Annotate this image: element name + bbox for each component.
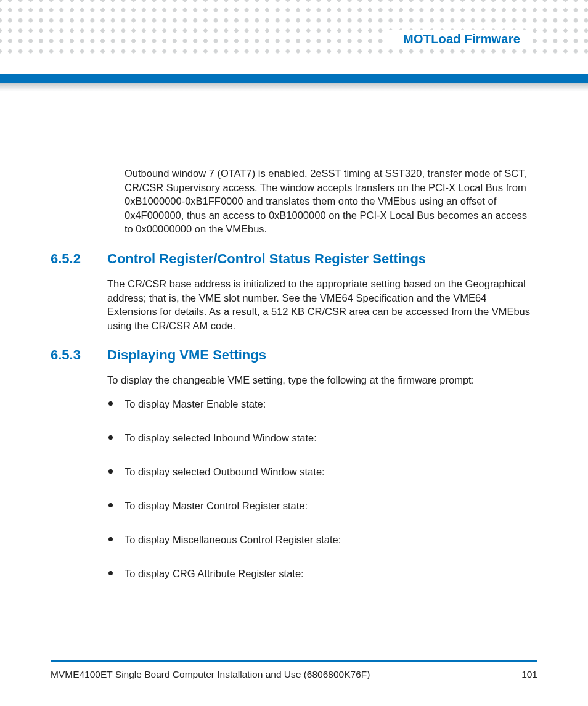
chapter-title: MOTLoad Firmware [385, 30, 529, 48]
list-item: To display selected Inbound Window state… [107, 431, 537, 445]
list-item: To display Master Control Register state… [107, 499, 537, 513]
footer-page-number: 101 [521, 669, 537, 680]
section-paragraph-653: To display the changeable VME setting, t… [107, 373, 537, 387]
list-item: To display CRG Attribute Register state: [107, 567, 537, 581]
list-item: To display selected Outbound Window stat… [107, 465, 537, 479]
footer-doc-title: MVME4100ET Single Board Computer Install… [51, 669, 370, 680]
header-blue-rule [0, 74, 588, 83]
section-heading-652: 6.5.2 Control Register/Control Status Re… [51, 251, 537, 267]
section-paragraph-652: The CR/CSR base address is initialized t… [107, 277, 537, 332]
section-title: Displaying VME Settings [107, 347, 266, 363]
intro-paragraph: Outbound window 7 (OTAT7) is enabled, 2e… [125, 166, 537, 236]
section-title: Control Register/Control Status Register… [107, 251, 426, 267]
section-number: 6.5.3 [51, 347, 107, 363]
page: MOTLoad Firmware Outbound window 7 (OTAT… [0, 0, 588, 706]
bullet-list-653: To display Master Enable state: To displ… [107, 397, 537, 581]
footer: MVME4100ET Single Board Computer Install… [51, 660, 537, 680]
list-item: To display Master Enable state: [107, 397, 537, 411]
section-heading-653: 6.5.3 Displaying VME Settings [51, 347, 537, 363]
header-shadow-rule [0, 83, 588, 91]
section-number: 6.5.2 [51, 251, 107, 267]
content-area: Outbound window 7 (OTAT7) is enabled, 2e… [51, 166, 537, 651]
footer-rule [51, 660, 537, 662]
list-item: To display Miscellaneous Control Registe… [107, 533, 537, 547]
